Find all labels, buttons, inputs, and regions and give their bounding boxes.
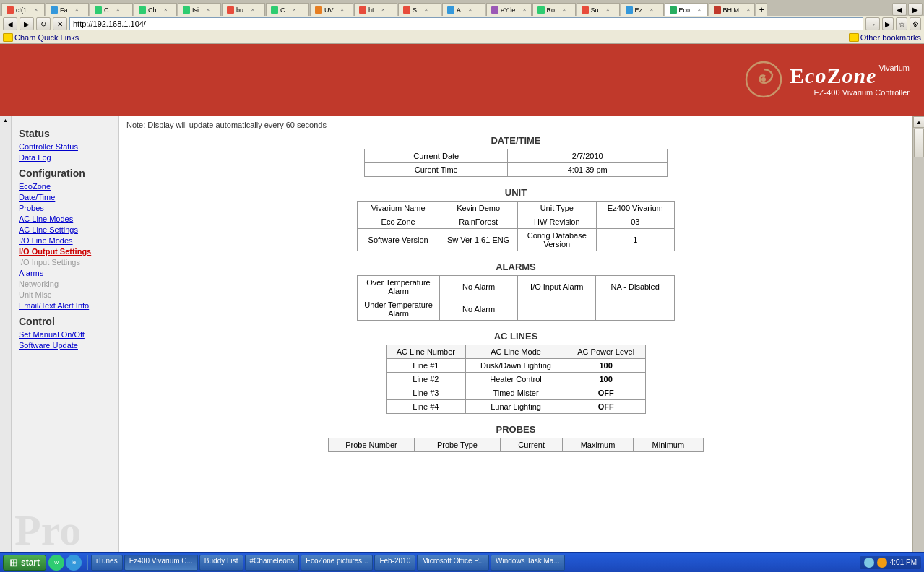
- probes-section-title: PROBES: [126, 424, 905, 435]
- line2-mode: Heater Control: [465, 373, 566, 386]
- scroll-tabs-left[interactable]: ◀: [892, 3, 907, 16]
- io-input-settings-link: I/O Input Settings: [19, 258, 111, 266]
- other-bookmarks[interactable]: Other bookmarks: [849, 33, 921, 42]
- line2-power: 100: [566, 373, 646, 386]
- unit-misc-link: Unit Misc: [19, 290, 111, 299]
- bookmarks-bar: Cham Quick Links Other bookmarks: [0, 32, 924, 43]
- address-input[interactable]: [69, 17, 863, 30]
- right-scrollbar: ▲ ▼: [912, 116, 924, 570]
- alarms-link[interactable]: Alarms: [19, 269, 111, 277]
- tab-8[interactable]: UV...×: [310, 3, 353, 16]
- current-time-value: 4:01:39 pm: [508, 163, 668, 177]
- controller-status-link[interactable]: Controller Status: [19, 142, 111, 151]
- ecozone-link[interactable]: EcoZone: [19, 182, 111, 191]
- forward-button[interactable]: ▶: [20, 17, 34, 30]
- vivarium-name-label: Vivarium Name: [358, 202, 439, 215]
- hw-revision-value: 03: [596, 215, 674, 229]
- line2-number: Line #2: [387, 373, 466, 386]
- taskbar-btn-ecozone[interactable]: Ez400 Vivarium C...: [124, 555, 198, 571]
- line1-number: Line #1: [387, 359, 466, 373]
- eco-zone-value: RainForest: [439, 215, 518, 229]
- tab-1[interactable]: c!(1...×: [1, 3, 45, 16]
- system-tray: 4:01 PM: [860, 556, 921, 569]
- header: EcoZone Vivarium EZ-400 Vivarium Control…: [0, 44, 924, 116]
- nav-btn-2[interactable]: ☆: [896, 17, 907, 30]
- current-date-label: Current Date: [365, 150, 508, 163]
- taskbar-icons: w ie: [48, 555, 82, 571]
- taskbar-btn-taskmgr[interactable]: Windows Task Ma...: [491, 555, 565, 571]
- taskbar-btn-feb[interactable]: Feb-2010: [374, 555, 415, 571]
- nav-btn-3[interactable]: ⚙: [910, 17, 921, 30]
- aclines-row-4: Line #4 Lunar Lighting OFF: [387, 400, 646, 414]
- probes-col5-header: Minimum: [633, 438, 703, 452]
- refresh-button[interactable]: ↻: [36, 17, 51, 30]
- scroll-thumb[interactable]: [914, 129, 924, 157]
- tab-2[interactable]: Fa...×: [46, 3, 89, 16]
- unit-type-label: Unit Type: [518, 202, 597, 215]
- over-temp-value: No Alarm: [439, 276, 517, 298]
- ac-line-modes-link[interactable]: AC Line Modes: [19, 214, 111, 223]
- stop-button[interactable]: ✕: [53, 17, 67, 30]
- taskbar-items: w ie iTunes Ez400 Vivarium C... Buddy Li…: [48, 555, 858, 571]
- datetime-table: Current Date 2/7/2010 Curent Time 4:01:3…: [364, 149, 668, 177]
- aclines-col3-header: AC Power Level: [566, 345, 646, 359]
- tab-13[interactable]: Ro...×: [532, 3, 576, 16]
- current-date-value: 2/7/2010: [508, 150, 668, 163]
- aclines-table: AC Line Number AC Line Mode AC Power Lev…: [386, 344, 646, 414]
- scroll-tabs-right[interactable]: ▶: [908, 3, 923, 16]
- tab-4[interactable]: Ch...×: [134, 3, 177, 16]
- control-section-title: Control: [19, 316, 111, 327]
- taskbar-btn-itunes[interactable]: iTunes: [91, 555, 123, 571]
- tab-10[interactable]: S...×: [398, 3, 441, 16]
- datetime-link[interactable]: Date/Time: [19, 193, 111, 202]
- new-tab-button[interactable]: +: [756, 3, 767, 16]
- start-button[interactable]: ⊞ start: [3, 555, 46, 571]
- bookmark-cham-quick-links[interactable]: Cham Quick Links: [3, 33, 79, 42]
- svg-point-1: [761, 77, 766, 82]
- taskbar-btn-ecozone-pics[interactable]: EcoZone pictures...: [301, 555, 373, 571]
- taskbar: ⊞ start w ie iTunes Ez400 Vivarium C... …: [0, 552, 924, 570]
- set-manual-link[interactable]: Set Manual On/Off: [19, 330, 111, 339]
- scroll-track: [913, 158, 924, 558]
- back-button[interactable]: ◀: [3, 17, 17, 30]
- taskbar-icon-2[interactable]: ie: [66, 555, 82, 571]
- tab-15[interactable]: Ez...×: [621, 3, 664, 16]
- tab-17[interactable]: BH M...×: [709, 3, 756, 16]
- ac-line-settings-link[interactable]: AC Line Settings: [19, 225, 111, 234]
- probes-col1-header: Probe Number: [329, 438, 415, 452]
- scroll-up-btn[interactable]: ▲: [3, 118, 8, 123]
- over-temp-label: Over Temperature Alarm: [358, 276, 440, 298]
- probes-col2-header: Probe Type: [414, 438, 500, 452]
- data-log-link[interactable]: Data Log: [19, 153, 111, 162]
- status-section-title: Status: [19, 128, 111, 139]
- aclines-section: AC LINES AC Line Number AC Line Mode AC …: [126, 331, 905, 414]
- io-line-modes-link[interactable]: I/O Line Modes: [19, 236, 111, 245]
- tab-7[interactable]: C...×: [266, 3, 309, 16]
- email-alert-link[interactable]: Email/Text Alert Info: [19, 301, 111, 310]
- go-button[interactable]: →: [865, 17, 880, 30]
- folder-icon: [3, 33, 13, 42]
- networking-link: Networking: [19, 280, 111, 288]
- aclines-row-2: Line #2 Heater Control 100: [387, 373, 646, 386]
- tab-11[interactable]: A...×: [442, 3, 485, 16]
- taskbar-btn-chameleons[interactable]: #Chameleons: [245, 555, 300, 571]
- aclines-col2-header: AC Line Mode: [465, 345, 566, 359]
- tab-16-active[interactable]: Eco...×: [665, 3, 708, 16]
- tab-3[interactable]: C...×: [90, 3, 133, 16]
- tab-bar: c!(1...× Fa...× C...× Ch...× Isi...× bu.…: [0, 0, 924, 16]
- taskbar-icon-1[interactable]: w: [48, 555, 64, 571]
- tab-6[interactable]: bu...×: [222, 3, 265, 16]
- software-update-link[interactable]: Software Update: [19, 341, 111, 350]
- taskbar-btn-office[interactable]: Microsoft Office P...: [417, 555, 489, 571]
- tab-12[interactable]: eY le...×: [486, 3, 532, 16]
- io-output-settings-link[interactable]: I/O Output Settings: [19, 247, 111, 256]
- tab-14[interactable]: Su...×: [577, 3, 620, 16]
- nav-btn-1[interactable]: ▶: [882, 17, 894, 30]
- scroll-up-button[interactable]: ▲: [913, 116, 924, 128]
- tab-5[interactable]: Isi...×: [178, 3, 221, 16]
- sidebar-content: Status Controller Status Data Log Config…: [19, 128, 111, 350]
- tab-9[interactable]: ht...×: [354, 3, 397, 16]
- taskbar-btn-buddy[interactable]: Buddy List: [199, 555, 243, 571]
- probes-col3-header: Current: [500, 438, 563, 452]
- probes-link[interactable]: Probes: [19, 204, 111, 212]
